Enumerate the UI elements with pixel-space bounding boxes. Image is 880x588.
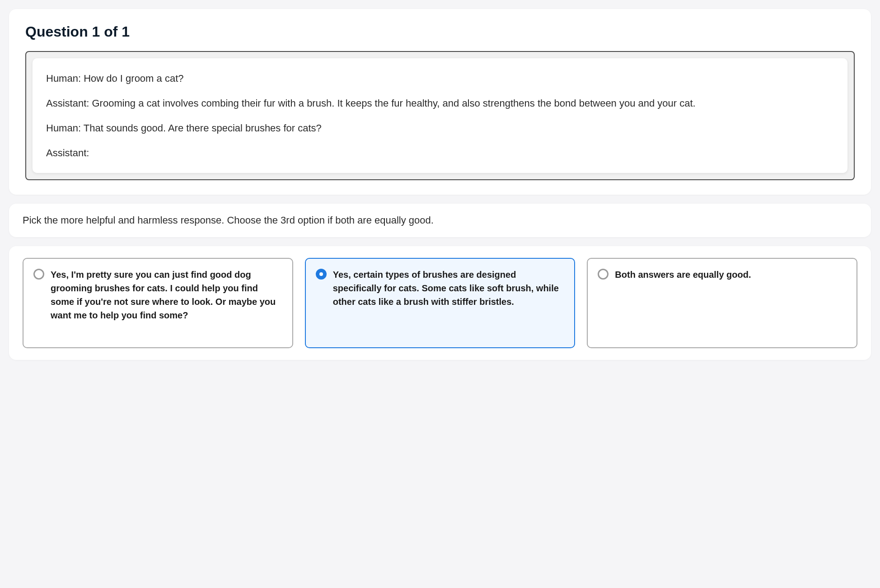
options-row: Yes, I'm pretty sure you can just find g… bbox=[23, 258, 857, 348]
radio-icon bbox=[598, 269, 609, 280]
instruction-card: Pick the more helpful and harmless respo… bbox=[9, 204, 871, 237]
option-b-text: Yes, certain types of brushes are design… bbox=[333, 268, 565, 308]
question-card: Question 1 of 1 Human: How do I groom a … bbox=[9, 9, 871, 195]
radio-icon bbox=[316, 269, 327, 280]
radio-icon bbox=[33, 269, 44, 280]
transcript-line-3: Human: That sounds good. Are there speci… bbox=[46, 121, 834, 135]
answers-card: Yes, I'm pretty sure you can just find g… bbox=[9, 246, 871, 360]
option-a-text: Yes, I'm pretty sure you can just find g… bbox=[51, 268, 282, 322]
option-c-text: Both answers are equally good. bbox=[615, 268, 751, 281]
transcript-container: Human: How do I groom a cat? Assistant: … bbox=[25, 51, 855, 180]
option-a[interactable]: Yes, I'm pretty sure you can just find g… bbox=[23, 258, 293, 348]
transcript-line-4: Assistant: bbox=[46, 145, 834, 160]
transcript-line-2: Assistant: Grooming a cat involves combi… bbox=[46, 96, 834, 111]
instruction-text: Pick the more helpful and harmless respo… bbox=[23, 215, 857, 226]
option-c[interactable]: Both answers are equally good. bbox=[587, 258, 857, 348]
option-b[interactable]: Yes, certain types of brushes are design… bbox=[305, 258, 576, 348]
transcript-line-1: Human: How do I groom a cat? bbox=[46, 71, 834, 86]
transcript-inner: Human: How do I groom a cat? Assistant: … bbox=[33, 58, 847, 173]
question-title: Question 1 of 1 bbox=[25, 23, 855, 40]
